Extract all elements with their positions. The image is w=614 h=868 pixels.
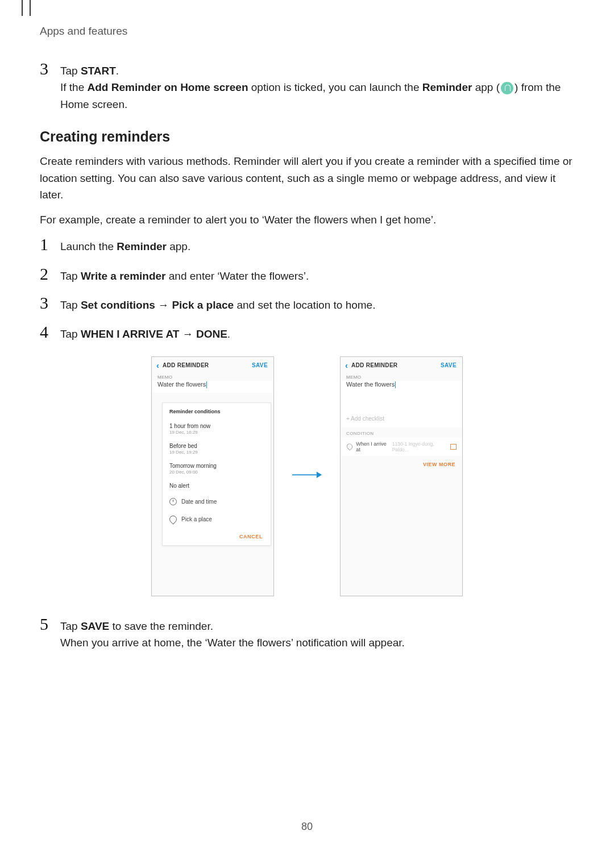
view-more-button[interactable]: VIEW MORE bbox=[341, 456, 462, 473]
step-number-3b: 3 bbox=[40, 294, 60, 313]
page-tab-notch bbox=[22, 0, 31, 16]
condition-option[interactable]: Tomorrow morning 20 Dec, 09:00 bbox=[163, 459, 271, 479]
text: to save the reminder. bbox=[109, 620, 213, 632]
back-icon[interactable]: ‹ bbox=[156, 360, 159, 370]
condition-option[interactable]: 1 hour from now 19 Dec, 16:29 bbox=[163, 419, 271, 439]
paragraph: Create reminders with various methods. R… bbox=[40, 153, 574, 203]
condition-option[interactable]: No alert bbox=[163, 479, 271, 493]
screen-title: ADD REMINDER bbox=[351, 362, 397, 368]
step-body-2: Tap Write a reminder and enter ‘Water th… bbox=[60, 265, 309, 284]
memo-label: MEMO bbox=[341, 372, 462, 381]
text-bold: Reminder bbox=[117, 240, 167, 252]
option-sub: 20 Dec, 09:00 bbox=[169, 470, 264, 475]
page-number: 80 bbox=[0, 821, 614, 833]
option-label: 1 hour from now bbox=[169, 423, 264, 429]
text: option is ticked, you can launch the bbox=[248, 81, 422, 93]
text: and enter ‘Water the flowers’. bbox=[166, 270, 309, 282]
text: . bbox=[227, 328, 230, 340]
paragraph: For example, create a reminder to alert … bbox=[40, 211, 574, 228]
location-icon bbox=[346, 443, 354, 451]
pick-place-row[interactable]: Pick a place bbox=[163, 510, 271, 528]
row-label: Pick a place bbox=[181, 516, 212, 522]
text: Tap bbox=[60, 270, 81, 282]
step-number-4: 4 bbox=[40, 323, 60, 342]
add-checklist-button[interactable]: + Add checklist bbox=[341, 416, 462, 427]
text: app ( bbox=[472, 81, 500, 93]
save-button[interactable]: SAVE bbox=[441, 362, 457, 368]
text: and set the location to home. bbox=[234, 299, 375, 311]
condition-row[interactable]: When I arrive at 1130-1 Ingye-dong, Pald… bbox=[341, 438, 462, 456]
text: Tap bbox=[60, 620, 81, 632]
screenshot-left: ‹ ADD REMINDER SAVE MEMO Water the flowe… bbox=[151, 356, 274, 596]
text-bold: Add Reminder on Home screen bbox=[88, 81, 248, 93]
memo-input[interactable]: Water the flowers bbox=[152, 381, 273, 393]
popup-title: Reminder conditions bbox=[163, 403, 271, 419]
step-body-3: Tap START. If the Add Reminder on Home s… bbox=[60, 60, 574, 113]
text-bold: SAVE bbox=[81, 620, 109, 632]
text: . bbox=[116, 65, 119, 77]
step-body-4: Tap WHEN I ARRIVE AT → DONE. bbox=[60, 323, 230, 342]
row-label: Date and time bbox=[181, 499, 217, 505]
condition-address: 1130-1 Ingye-dong, Paldo... bbox=[392, 441, 447, 452]
option-label: No alert bbox=[169, 483, 264, 489]
option-sub: 19 Dec, 19:29 bbox=[169, 450, 264, 455]
cancel-button[interactable]: CANCEL bbox=[163, 528, 271, 545]
clock-icon bbox=[169, 498, 177, 505]
memo-label: MEMO bbox=[152, 372, 273, 381]
map-icon bbox=[450, 444, 457, 450]
location-icon bbox=[168, 514, 178, 524]
step-number-3: 3 bbox=[40, 60, 60, 113]
text: Tap bbox=[60, 65, 81, 77]
option-label: Before bed bbox=[169, 443, 264, 449]
text: Tap bbox=[60, 299, 81, 311]
step-body-3b: Tap Set conditions → Pick a place and se… bbox=[60, 294, 375, 313]
text: When you arrive at home, the ‘Water the … bbox=[60, 637, 405, 649]
text-bold: WHEN I ARRIVE AT bbox=[81, 328, 179, 340]
text-bold: Pick a place bbox=[172, 299, 234, 311]
text-bold: DONE bbox=[196, 328, 227, 340]
back-icon[interactable]: ‹ bbox=[345, 360, 348, 370]
option-label: Tomorrow morning bbox=[169, 463, 264, 469]
text: app. bbox=[167, 240, 190, 252]
text: Tap bbox=[60, 328, 81, 340]
svg-marker-1 bbox=[317, 472, 322, 478]
step-number-2: 2 bbox=[40, 265, 60, 284]
screenshot-right: ‹ ADD REMINDER SAVE MEMO Water the flowe… bbox=[340, 356, 463, 596]
breadcrumb: Apps and features bbox=[40, 25, 574, 38]
flow-arrow-icon bbox=[291, 470, 323, 483]
step-number-1: 1 bbox=[40, 236, 60, 255]
condition-label: CONDITION bbox=[341, 427, 462, 438]
step-number-5: 5 bbox=[40, 616, 60, 651]
step-body-5: Tap SAVE to save the reminder. When you … bbox=[60, 616, 405, 651]
text-bold: Write a reminder bbox=[81, 270, 166, 282]
text-bold: Reminder bbox=[422, 81, 472, 93]
arrow-icon: → bbox=[155, 299, 172, 311]
condition-option[interactable]: Before bed 19 Dec, 19:29 bbox=[163, 439, 271, 459]
conditions-popup: Reminder conditions 1 hour from now 19 D… bbox=[162, 402, 271, 546]
text: If the bbox=[60, 81, 88, 93]
save-button[interactable]: SAVE bbox=[252, 362, 268, 368]
reminder-app-icon bbox=[501, 82, 513, 94]
text: Launch the bbox=[60, 240, 117, 252]
memo-input[interactable]: Water the flowers bbox=[341, 381, 462, 393]
section-heading: Creating reminders bbox=[40, 128, 574, 145]
condition-text: When I arrive at bbox=[356, 441, 389, 452]
option-sub: 19 Dec, 16:29 bbox=[169, 430, 264, 435]
text-bold: START bbox=[81, 65, 116, 77]
step-body-1: Launch the Reminder app. bbox=[60, 236, 190, 255]
screen-title: ADD REMINDER bbox=[163, 362, 209, 368]
arrow-icon: → bbox=[179, 328, 196, 340]
date-time-row[interactable]: Date and time bbox=[163, 493, 271, 510]
text-bold: Set conditions bbox=[81, 299, 155, 311]
